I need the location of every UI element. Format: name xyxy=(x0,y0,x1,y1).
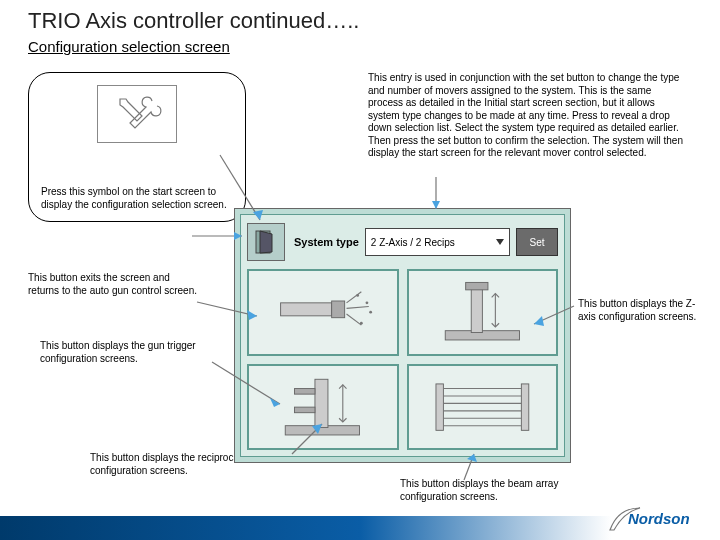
zaxis-config-button[interactable] xyxy=(407,269,559,356)
svg-rect-2 xyxy=(281,303,332,316)
reciprocator-icon xyxy=(256,370,389,444)
gun-config-button[interactable] xyxy=(247,269,399,356)
door-exit-icon xyxy=(254,229,278,255)
spray-gun-icon xyxy=(256,275,389,349)
svg-point-5 xyxy=(366,302,369,305)
svg-rect-15 xyxy=(436,384,443,430)
panel-top-bar: System type 2 Z-Axis / 2 Recips Set xyxy=(247,221,558,263)
system-type-dropdown[interactable]: 2 Z-Axis / 2 Recips xyxy=(365,228,510,256)
caption-gun: This button displays the gun trigger con… xyxy=(40,340,220,365)
panel-inner: System type 2 Z-Axis / 2 Recips Set xyxy=(240,214,565,457)
config-panel: System type 2 Z-Axis / 2 Recips Set xyxy=(234,208,571,463)
symbol-caption: Press this symbol on the start screen to… xyxy=(41,186,233,211)
svg-rect-13 xyxy=(295,388,315,394)
system-type-label: System type xyxy=(294,236,359,248)
beam-array-icon xyxy=(416,370,549,444)
caption-exit: This button exits the screen and returns… xyxy=(28,272,198,297)
page-title: TRIO Axis controller continued….. xyxy=(28,8,359,34)
svg-marker-1 xyxy=(260,231,272,253)
nordson-logo: Nordson xyxy=(608,504,700,534)
panel-grid xyxy=(247,269,558,450)
svg-rect-9 xyxy=(471,286,482,332)
config-symbol xyxy=(97,85,177,143)
svg-rect-12 xyxy=(315,379,328,427)
logo-text: Nordson xyxy=(628,510,690,527)
zaxis-icon xyxy=(416,275,549,349)
svg-point-6 xyxy=(370,311,373,314)
svg-point-4 xyxy=(357,294,360,297)
symbol-bubble: Press this symbol on the start screen to… xyxy=(28,72,246,222)
svg-rect-10 xyxy=(466,283,488,290)
beam-config-button[interactable] xyxy=(407,364,559,451)
svg-rect-14 xyxy=(295,407,315,413)
wrench-screwdriver-icon xyxy=(112,93,162,135)
recip-config-button[interactable] xyxy=(247,364,399,451)
svg-point-7 xyxy=(360,322,363,325)
caption-beam: This button displays the beam array conf… xyxy=(400,478,570,503)
svg-rect-3 xyxy=(332,301,345,318)
subtitle: Configuration selection screen xyxy=(28,38,230,55)
caption-zaxis: This button displays the Z-axis configur… xyxy=(578,298,703,323)
set-button[interactable]: Set xyxy=(516,228,558,256)
system-type-value: 2 Z-Axis / 2 Recips xyxy=(371,237,455,248)
slide: { "title": "TRIO Axis controller continu… xyxy=(0,0,720,540)
main-description: This entry is used in conjunction with t… xyxy=(368,72,688,160)
chevron-down-icon xyxy=(496,239,504,245)
exit-button[interactable] xyxy=(247,223,285,261)
svg-rect-16 xyxy=(521,384,528,430)
